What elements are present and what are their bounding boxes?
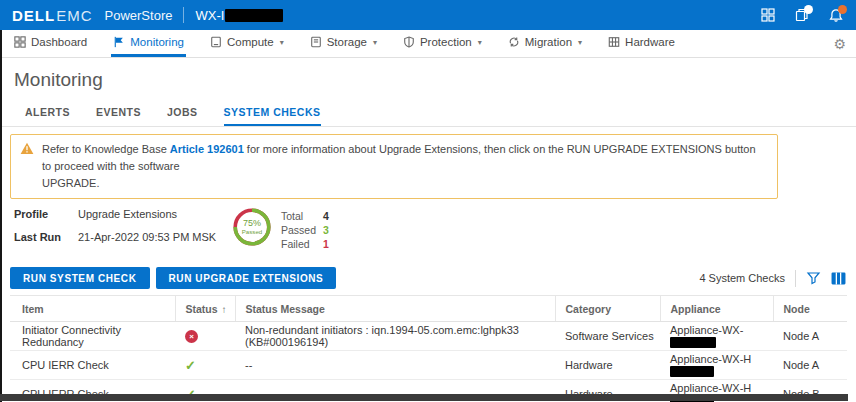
column-header-label: Status bbox=[186, 303, 218, 315]
hardware-grid-icon bbox=[608, 36, 620, 48]
donut-center-label: Passed bbox=[242, 229, 262, 236]
redaction-box bbox=[225, 9, 283, 22]
legend-label-passed: Passed bbox=[281, 224, 323, 236]
nav-item-compute[interactable]: Compute ▾ bbox=[208, 30, 286, 57]
actions-row: RUN SYSTEM CHECK RUN UPGRADE EXTENSIONS … bbox=[10, 267, 846, 289]
nav-item-migration[interactable]: Migration ▾ bbox=[506, 30, 584, 57]
nav-item-label: Compute bbox=[227, 36, 274, 48]
profile-value: Upgrade Extensions bbox=[78, 208, 177, 220]
settings-gear-icon[interactable]: ⚙ bbox=[833, 30, 846, 57]
warning-triangle-icon bbox=[20, 142, 34, 160]
table-header-row: Item Status↑ Status Message Category App… bbox=[10, 296, 847, 322]
column-header-item[interactable]: Item bbox=[10, 296, 175, 322]
storage-icon bbox=[310, 36, 322, 48]
run-upgrade-extensions-button[interactable]: RUN UPGRADE EXTENSIONS bbox=[156, 267, 337, 289]
chevron-down-icon: ▾ bbox=[280, 38, 284, 47]
legend-value-total: 4 bbox=[323, 210, 329, 222]
chevron-down-icon: ▾ bbox=[478, 38, 482, 47]
system-check-summary: Profile Upgrade Extensions Last Run 21-A… bbox=[14, 208, 856, 254]
cluster-name: WX-I bbox=[195, 8, 283, 23]
migration-icon bbox=[508, 36, 520, 48]
tab-alerts[interactable]: ALERTS bbox=[25, 100, 70, 126]
last-run-label: Last Run bbox=[14, 231, 78, 243]
tab-jobs[interactable]: JOBS bbox=[167, 100, 198, 126]
dashboard-grid-icon bbox=[14, 36, 26, 48]
cell-category: Hardware bbox=[555, 351, 660, 380]
app-header: DELLEMC PowerStore WX-I bbox=[0, 0, 856, 30]
compute-icon bbox=[210, 36, 222, 48]
cell-item: Initiator Connectivity Redundancy bbox=[10, 322, 175, 351]
nav-item-label: Monitoring bbox=[130, 36, 184, 48]
redaction-box bbox=[670, 366, 714, 377]
cell-status: ✓ bbox=[175, 351, 235, 380]
kb-warning-banner: Refer to Knowledge Base Article 192601 f… bbox=[10, 134, 778, 199]
redaction-box bbox=[670, 337, 716, 348]
filter-icon[interactable] bbox=[806, 271, 821, 285]
passed-donut-chart: 75% Passed bbox=[233, 208, 271, 248]
dellemc-logo: DELLEMC bbox=[12, 7, 93, 24]
jobs-badge bbox=[804, 5, 813, 14]
legend-value-passed: 3 bbox=[323, 224, 329, 236]
nav-item-storage[interactable]: Storage ▾ bbox=[308, 30, 379, 57]
cell-item: CPU IERR Check bbox=[10, 351, 175, 380]
nav-item-label: Hardware bbox=[625, 36, 675, 48]
jobs-icon[interactable] bbox=[794, 7, 810, 23]
nav-item-label: Protection bbox=[420, 36, 472, 48]
dell-wordmark: DELL bbox=[12, 7, 55, 24]
nav-item-label: Dashboard bbox=[31, 36, 87, 48]
legend-value-failed: 1 bbox=[323, 238, 329, 250]
column-header-status[interactable]: Status↑ bbox=[175, 296, 235, 322]
cell-status: × bbox=[175, 322, 235, 351]
controls-divider bbox=[795, 270, 796, 287]
profile-info: Profile Upgrade Extensions Last Run 21-A… bbox=[14, 208, 233, 254]
column-header-category[interactable]: Category bbox=[555, 296, 660, 322]
profile-label: Profile bbox=[14, 208, 78, 220]
banner-text-line2: UPGRADE. bbox=[42, 175, 767, 192]
cell-category: Software Services bbox=[555, 322, 660, 351]
nav-item-hardware[interactable]: Hardware bbox=[606, 30, 677, 57]
run-system-check-button[interactable]: RUN SYSTEM CHECK bbox=[10, 267, 150, 289]
table-row[interactable]: Initiator Connectivity Redundancy × Non-… bbox=[10, 322, 847, 351]
system-checks-count: 4 System Checks bbox=[699, 272, 785, 284]
chevron-down-icon: ▾ bbox=[373, 38, 377, 47]
check-legend: Total 4 Passed 3 Failed 1 bbox=[281, 209, 329, 251]
alerts-badge bbox=[838, 5, 847, 14]
cell-status-message: -- bbox=[235, 351, 555, 380]
tab-system-checks[interactable]: SYSTEM CHECKS bbox=[224, 100, 321, 126]
cluster-name-prefix: WX-I bbox=[195, 8, 224, 23]
nav-item-label: Storage bbox=[327, 36, 367, 48]
cell-appliance: Appliance-WX- bbox=[660, 322, 773, 351]
status-failed-icon: × bbox=[185, 330, 198, 343]
emc-wordmark: EMC bbox=[56, 7, 92, 24]
column-header-status-message[interactable]: Status Message bbox=[235, 296, 555, 322]
column-header-node[interactable]: Node bbox=[773, 296, 847, 322]
nav-item-label: Migration bbox=[525, 36, 572, 48]
notifications-bell-icon[interactable] bbox=[828, 7, 844, 23]
shield-icon bbox=[403, 36, 415, 48]
column-header-appliance[interactable]: Appliance bbox=[660, 296, 773, 322]
apps-grid-icon[interactable] bbox=[760, 7, 776, 23]
chevron-down-icon: ▾ bbox=[578, 38, 582, 47]
kb-article-link[interactable]: Article 192601 bbox=[170, 143, 244, 155]
legend-label-failed: Failed bbox=[281, 238, 323, 250]
nav-item-dashboard[interactable]: Dashboard bbox=[12, 30, 89, 57]
table-row[interactable]: CPU IERR Check ✓ -- Hardware Appliance-W… bbox=[10, 351, 847, 380]
banner-text: Refer to Knowledge Base bbox=[42, 143, 170, 155]
tab-bar: ALERTS EVENTS JOBS SYSTEM CHECKS bbox=[0, 100, 856, 127]
product-name: PowerStore bbox=[105, 8, 173, 23]
last-run-value: 21-Apr-2022 09:53 PM MSK bbox=[78, 231, 216, 243]
main-nav: Dashboard Monitoring Compute ▾ Storage ▾ bbox=[0, 30, 856, 58]
header-divider bbox=[183, 7, 184, 23]
system-checks-table: Item Status↑ Status Message Category App… bbox=[10, 295, 847, 402]
cell-status-message: Non-redundant initiators : iqn.1994-05.c… bbox=[235, 322, 555, 351]
nav-item-protection[interactable]: Protection ▾ bbox=[401, 30, 484, 57]
window-bottom-edge bbox=[0, 394, 848, 401]
page-title: Monitoring bbox=[0, 58, 856, 100]
nav-item-monitoring[interactable]: Monitoring bbox=[111, 30, 186, 57]
column-settings-icon[interactable] bbox=[831, 272, 846, 285]
cell-node: Node A bbox=[773, 351, 847, 380]
tab-events[interactable]: EVENTS bbox=[96, 100, 141, 126]
status-passed-icon: ✓ bbox=[185, 358, 196, 373]
legend-label-total: Total bbox=[281, 210, 323, 222]
cell-appliance: Appliance-WX-H bbox=[660, 351, 773, 380]
